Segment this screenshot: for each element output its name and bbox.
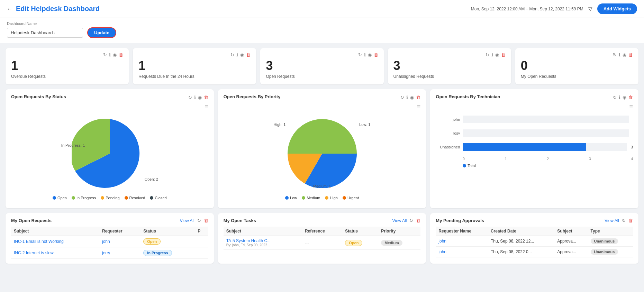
eye-icon[interactable]: ◉ <box>198 95 202 100</box>
stat-card-2: ↻ ℹ ◉ 🗑 3 Open Requests <box>260 48 383 84</box>
type-badge: Unanimous <box>591 249 618 255</box>
eye-icon-t[interactable]: ◉ <box>623 95 626 100</box>
info-icon-s4[interactable]: ℹ <box>619 52 620 57</box>
refresh-icon-s1[interactable]: ↻ <box>230 52 234 57</box>
table-row: john Thu, Sep 08, 2022 12... Approva... … <box>436 236 633 247</box>
add-widget-button[interactable]: Add Widgets <box>597 3 637 14</box>
type-badge: Unanimous <box>591 238 618 244</box>
col-task-status: Status <box>342 227 378 236</box>
dashboard-name-row: Update <box>7 27 637 38</box>
eye-icon-s4[interactable]: ◉ <box>623 52 626 57</box>
approval-requester-link[interactable]: john <box>438 239 446 244</box>
pending-approvals-view-all[interactable]: View All <box>605 218 619 223</box>
header-left: ← Edit Helpdesk Dashboard <box>7 5 100 13</box>
menu-icon-status[interactable]: ≡ <box>205 103 208 110</box>
status-chart-header: Open Requests By Status ↻ ℹ ◉ 🗑 <box>11 94 208 101</box>
col-priority-short: P <box>195 227 208 236</box>
bar-legend-total: Total <box>463 164 475 168</box>
dashboard-name-input[interactable] <box>7 28 83 38</box>
refresh-icon[interactable]: ↻ <box>188 95 192 100</box>
row-requester: john <box>99 236 140 247</box>
row-requester: jerry <box>99 247 140 259</box>
legend-high: High <box>325 196 338 200</box>
refresh-icon-s4[interactable]: ↻ <box>613 52 617 57</box>
info-icon-s2[interactable]: ℹ <box>364 52 366 57</box>
open-requests-view-all[interactable]: View All <box>180 218 194 223</box>
open-requests-refresh[interactable]: ↻ <box>197 218 201 223</box>
priority-chart-title: Open Requests By Priority <box>224 94 281 99</box>
row-reference: --- <box>302 236 342 250</box>
row-status: Open <box>140 236 195 247</box>
technician-chart-icons: ↻ ℹ ◉ 🗑 <box>613 95 633 100</box>
delete-icon-s1[interactable]: 🗑 <box>246 52 251 57</box>
eye-icon-s0[interactable]: ◉ <box>113 52 117 57</box>
stat-label-2: Open Requests <box>266 74 378 79</box>
stat-card-icons-3: ↻ ℹ ◉ 🗑 <box>393 52 506 57</box>
pending-approvals-header-right: View All ↻ 🗑 <box>605 218 633 223</box>
open-tasks-refresh[interactable]: ↻ <box>409 218 413 223</box>
update-button[interactable]: Update <box>87 27 116 38</box>
row-created-date: Thu, Sep 08, 2022 0... <box>488 247 554 257</box>
label-in-progress: In Progress: 1 <box>61 143 85 147</box>
refresh-icon-s3[interactable]: ↻ <box>486 52 489 57</box>
task-subject-link[interactable]: TA-5 System Health C... <box>226 238 271 243</box>
menu-icon-priority[interactable]: ≡ <box>417 103 421 110</box>
pending-approvals-header: My Pending Approvals View All ↻ 🗑 <box>436 218 633 223</box>
back-arrow[interactable]: ← <box>7 6 12 12</box>
pending-approvals-table-card: My Pending Approvals View All ↻ 🗑 Reques… <box>430 213 638 264</box>
eye-icon-s2[interactable]: ◉ <box>368 52 372 57</box>
stat-card-1: ↻ ℹ ◉ 🗑 1 Requests Due In the 24 Hours <box>133 48 256 84</box>
eye-icon-s3[interactable]: ◉ <box>495 52 499 57</box>
open-tasks-delete[interactable]: 🗑 <box>416 218 420 223</box>
info-icon-s3[interactable]: ℹ <box>491 52 493 57</box>
status-chart-title: Open Requests By Status <box>11 94 66 99</box>
delete-icon-t[interactable]: 🗑 <box>628 95 633 100</box>
info-icon-p[interactable]: ℹ <box>406 95 408 100</box>
approval-requester-link[interactable]: john <box>438 249 446 254</box>
main-content: ↻ ℹ ◉ 🗑 1 Overdue Requests ↻ ℹ ◉ 🗑 1 Req… <box>0 43 644 268</box>
legend-urgent: Urgent <box>343 196 359 200</box>
info-icon-s1[interactable]: ℹ <box>236 52 238 57</box>
priority-chart-header: Open Requests By Priority ↻ ℹ ◉ 🗑 <box>224 94 421 101</box>
legend-dot-high <box>325 196 328 200</box>
open-tasks-view-all[interactable]: View All <box>392 218 407 223</box>
info-icon-s0[interactable]: ℹ <box>109 52 111 57</box>
row-priority <box>195 236 208 247</box>
tables-row: My Open Requests View All ↻ 🗑 Subject Re… <box>6 213 638 264</box>
bar-label-unassigned: Unassigned <box>436 145 460 149</box>
subject-link[interactable]: INC-2 Internet is slow <box>14 250 54 255</box>
row-created-date: Thu, Sep 08, 2022 12... <box>488 236 554 247</box>
subject-link[interactable]: INC-1 Email is not Working <box>14 239 64 244</box>
eye-icon-p[interactable]: ◉ <box>410 95 414 100</box>
refresh-icon-t[interactable]: ↻ <box>613 95 617 100</box>
delete-icon[interactable]: 🗑 <box>204 95 208 100</box>
col-approval-subject: Subject <box>554 227 588 236</box>
col-task-priority: Priority <box>378 227 420 236</box>
open-requests-delete[interactable]: 🗑 <box>204 218 208 223</box>
delete-icon-s3[interactable]: 🗑 <box>501 52 506 57</box>
menu-icon-tech[interactable]: ≡ <box>629 103 633 110</box>
refresh-icon-s2[interactable]: ↻ <box>358 52 362 57</box>
stat-label-3: Unassigned Requests <box>393 74 506 79</box>
refresh-icon-s0[interactable]: ↻ <box>103 52 107 57</box>
stat-label-4: My Open Requests <box>521 74 633 79</box>
info-icon[interactable]: ℹ <box>194 95 196 100</box>
requester-link[interactable]: jerry <box>102 250 110 255</box>
refresh-icon-p[interactable]: ↻ <box>400 95 404 100</box>
pending-approvals-refresh[interactable]: ↻ <box>622 218 626 223</box>
delete-icon-s0[interactable]: 🗑 <box>119 52 123 57</box>
legend-resolved: Resolved <box>125 196 145 200</box>
table-row: INC-1 Email is not Working john Open <box>11 236 208 247</box>
open-tasks-header: My Open Tasks View All ↻ 🗑 <box>224 218 421 223</box>
stat-label-0: Overdue Requests <box>11 74 123 79</box>
eye-icon-s1[interactable]: ◉ <box>240 52 244 57</box>
pending-approvals-delete[interactable]: 🗑 <box>628 218 633 223</box>
technician-bar-chart: john rosy Unassigned <box>436 112 633 171</box>
requester-link[interactable]: john <box>102 239 110 244</box>
delete-icon-s2[interactable]: 🗑 <box>374 52 378 57</box>
delete-icon-p[interactable]: 🗑 <box>416 95 420 100</box>
filter-icon[interactable]: ▽ <box>588 6 592 12</box>
bar-label-john: john <box>436 117 460 121</box>
delete-icon-s4[interactable]: 🗑 <box>628 52 633 57</box>
info-icon-t[interactable]: ℹ <box>619 95 620 100</box>
